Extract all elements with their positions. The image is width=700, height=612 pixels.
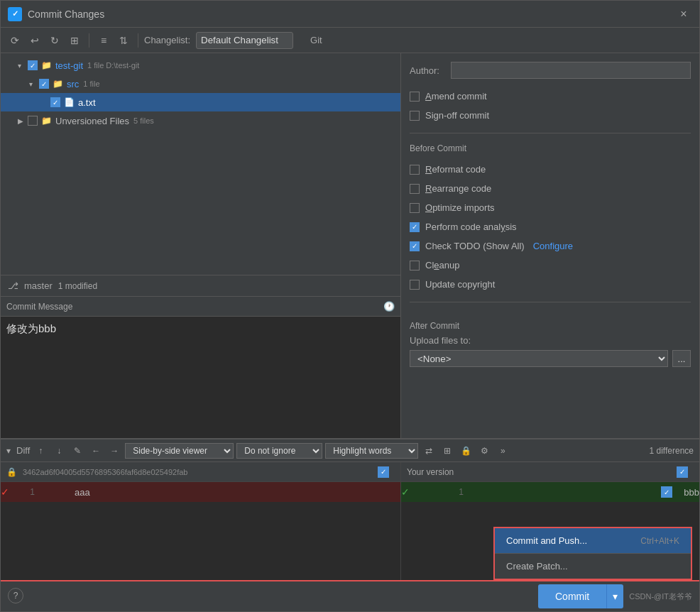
option-label-cleanup: Cleanup	[425, 260, 459, 271]
option-label-perform: Perform code analysis	[425, 222, 517, 232]
diff-lock-btn[interactable]: 🔒	[458, 443, 474, 459]
commit-message-input[interactable]: 修改为bbb	[1, 317, 400, 438]
diff-more-btn[interactable]: »	[495, 443, 510, 459]
checkbox-atxt[interactable]: ✓	[50, 97, 60, 107]
checkbox-test-git[interactable]: ✓	[28, 60, 38, 70]
option-row-copyright: Update copyright	[410, 277, 691, 292]
upload-extra-btn[interactable]: ...	[672, 350, 691, 367]
main-toolbar: ⟳ ↩ ↻ ⊞ ≡ ⇅ Changelist: Default Changeli…	[1, 28, 699, 53]
left-panel: ▾ ✓ 📁 test-git 1 file D:\test-git ▾ ✓ 📁 …	[1, 53, 401, 438]
commit-message-header: Commit Message 🕐	[1, 297, 400, 317]
diff-fwd-btn[interactable]: →	[106, 443, 122, 459]
diff-left-pane: 🔒 3462ad6f04005d5576895366faf6d8e025492f…	[1, 462, 401, 580]
commit-dropdown-button[interactable]: ▾	[606, 584, 623, 608]
title-bar: ✓ Commit Changes ×	[1, 1, 699, 28]
popup-commit-push-shortcut: Ctrl+Alt+K	[640, 536, 679, 546]
checkbox-copyright[interactable]	[410, 280, 420, 290]
right-panel: Author: Amend commit Sign-off commit Bef	[401, 53, 699, 438]
changelist-label: Changelist:	[144, 35, 190, 45]
divider-after-commit	[410, 302, 691, 302]
undo-button[interactable]: ↩	[26, 32, 43, 49]
refresh-button[interactable]: ↻	[46, 32, 63, 49]
checkbox-unversioned[interactable]	[28, 116, 38, 126]
close-button[interactable]: ×	[675, 6, 692, 23]
option-label-copyright: Update copyright	[425, 279, 495, 290]
checkbox-todo[interactable]: ✓	[410, 241, 420, 251]
checkbox-reformat[interactable]	[410, 165, 420, 175]
highlight-select[interactable]: Highlight words	[325, 443, 418, 459]
toolbar-btn-1[interactable]: ⟳	[6, 32, 23, 49]
file-meta-src: 1 file	[83, 80, 99, 88]
tree-item-atxt[interactable]: ✓ 📄 a.txt	[1, 93, 400, 111]
diff-row-deleted: ✓ 1 aaa	[1, 482, 400, 502]
tree-item-src[interactable]: ▾ ✓ 📁 src 1 file	[1, 75, 400, 93]
option-row-reformat: Reformat code	[410, 162, 691, 177]
diff-left-checkbox[interactable]: ✓	[378, 466, 389, 478]
expand-button[interactable]: ≡	[95, 32, 112, 49]
option-label-amend: Amend commit	[425, 91, 487, 102]
option-label-todo: Check TODO (Show All)	[425, 241, 525, 251]
diff-edit-btn[interactable]: ✎	[70, 443, 85, 459]
ignore-select[interactable]: Do not ignore	[236, 443, 322, 459]
commit-dropdown-popup: Commit and Push... Ctrl+Alt+K Create Pat…	[493, 527, 692, 580]
separator-1	[89, 33, 89, 48]
git-tab[interactable]: Git	[305, 33, 328, 47]
option-row-cleanup: Cleanup	[410, 258, 691, 273]
diff-line-checkbox[interactable]: ✓	[661, 486, 672, 498]
folder-icon-test-git: 📁	[41, 60, 52, 70]
upload-select[interactable]: <None>	[410, 350, 668, 367]
option-row-signoff: Sign-off commit	[410, 108, 691, 123]
popup-create-patch-label: Create Patch...	[506, 561, 568, 572]
file-name-test-git: test-git	[55, 60, 83, 71]
checkbox-amend[interactable]	[410, 92, 420, 102]
amend-underline: A	[425, 91, 432, 102]
window-title: Commit Changes	[28, 9, 104, 20]
option-row-todo: ✓ Check TODO (Show All) Configure	[410, 239, 691, 253]
configure-link[interactable]: Configure	[533, 241, 573, 251]
diff-down-btn[interactable]: ↓	[51, 443, 67, 459]
clock-button[interactable]: 🕐	[383, 301, 395, 312]
commit-changes-window: ✓ Commit Changes × ⟳ ↩ ↻ ⊞ ≡ ⇅ Changelis…	[0, 0, 700, 612]
diff-added-text: bbb	[678, 487, 699, 498]
tree-item-test-git[interactable]: ▾ ✓ 📁 test-git 1 file D:\test-git	[1, 56, 400, 75]
author-input[interactable]	[451, 62, 691, 79]
diff-up-btn[interactable]: ↑	[33, 443, 48, 459]
option-label-optimize: Optimize imports	[425, 202, 495, 213]
checkbox-signoff[interactable]	[410, 111, 420, 121]
help-button[interactable]: ?	[8, 588, 23, 603]
chevron-unversioned: ▶	[18, 117, 28, 125]
diff-deleted-text: aaa	[69, 487, 90, 498]
diff-left-linenum: 1	[12, 487, 40, 497]
checkbox-src[interactable]: ✓	[39, 79, 49, 89]
separator-2	[138, 33, 138, 48]
option-row-optimize: Optimize imports	[410, 200, 691, 215]
diff-settings-btn[interactable]: ⇄	[421, 443, 437, 459]
diff-added-linenum2: 1	[441, 487, 469, 497]
diff-label: Diff	[16, 445, 30, 456]
diff-back-btn[interactable]: ←	[88, 443, 104, 459]
diff-gear-btn[interactable]: ⚙	[476, 443, 492, 459]
tree-item-unversioned[interactable]: ▶ 📁 Unversioned Files 5 files	[1, 111, 400, 130]
diff-left-header: 🔒 3462ad6f04005d5576895366faf6d8e025492f…	[1, 462, 400, 482]
checkbox-optimize[interactable]	[410, 203, 420, 213]
commit-message-label: Commit Message	[6, 302, 72, 312]
popup-create-patch[interactable]: Create Patch...	[495, 554, 691, 579]
your-version-label: Your version	[407, 467, 454, 477]
commit-message-area: Commit Message 🕐 修改为bbb	[1, 296, 400, 438]
file-name-src: src	[67, 79, 79, 89]
checkbox-cleanup[interactable]	[410, 261, 420, 271]
popup-commit-push[interactable]: Commit and Push... Ctrl+Alt+K	[495, 528, 691, 553]
viewer-select[interactable]: Side-by-side viewer	[125, 443, 234, 459]
checkbox-rearrange[interactable]	[410, 184, 420, 194]
checkbox-perform[interactable]: ✓	[410, 222, 420, 232]
diff-panel-btn[interactable]: ⊞	[439, 443, 455, 459]
popup-commit-push-label: Commit and Push...	[506, 535, 587, 546]
folder-icon-unversioned: 📁	[41, 116, 52, 126]
chevron-src: ▾	[29, 80, 39, 88]
diff-button[interactable]: ⊞	[66, 32, 83, 49]
main-content: ▾ ✓ 📁 test-git 1 file D:\test-git ▾ ✓ 📁 …	[1, 53, 699, 438]
changelist-select[interactable]: Default Changelist	[196, 32, 293, 49]
commit-button[interactable]: Commit	[538, 584, 606, 608]
diff-right-checkbox[interactable]: ✓	[677, 466, 688, 478]
collapse-button[interactable]: ⇅	[115, 32, 132, 49]
